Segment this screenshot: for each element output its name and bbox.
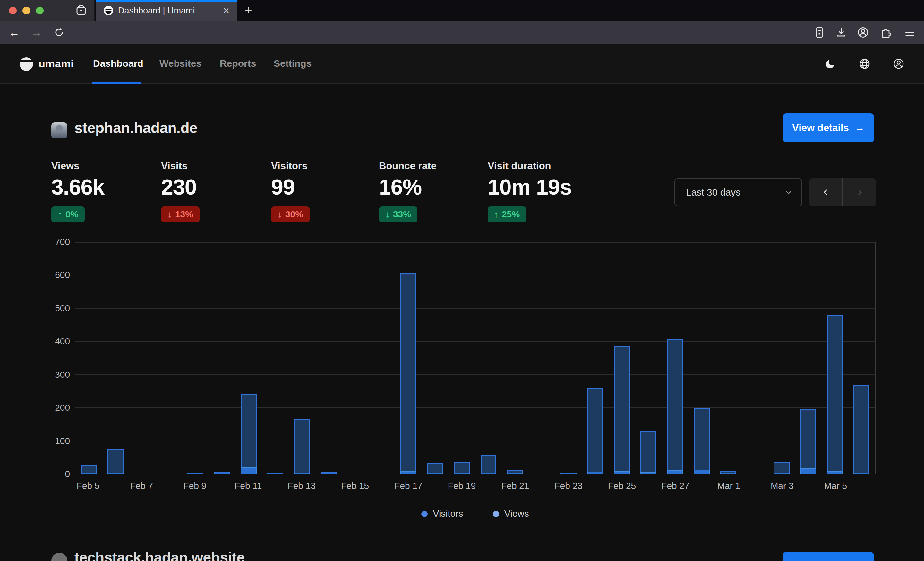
views-bar[interactable] — [694, 408, 710, 474]
visitors-bar[interactable] — [587, 471, 603, 474]
chart-day-slot[interactable] — [75, 242, 102, 474]
visitors-bar[interactable] — [400, 471, 417, 474]
menu-hamburger-icon[interactable] — [903, 26, 916, 39]
views-bar[interactable] — [827, 315, 843, 474]
legend-item-visitors[interactable]: Visitors — [421, 509, 463, 519]
views-bar[interactable] — [241, 393, 256, 474]
nav-item-reports[interactable]: Reports — [220, 43, 256, 83]
forward-icon[interactable]: → — [30, 25, 44, 39]
chart-day-slot[interactable] — [688, 242, 715, 474]
visitors-bar[interactable] — [720, 473, 736, 474]
views-bar[interactable] — [481, 455, 496, 474]
visitors-bar[interactable] — [827, 471, 843, 474]
chart-day-slot[interactable] — [289, 242, 315, 474]
prev-period-button[interactable] — [809, 178, 842, 206]
window-zoom-button[interactable] — [36, 7, 44, 14]
brand-name[interactable]: umami — [39, 43, 74, 83]
date-range-dropdown[interactable]: Last 30 days — [674, 178, 802, 206]
chart-day-slot[interactable] — [715, 242, 742, 474]
downloads-icon[interactable] — [835, 26, 848, 39]
visitors-bar[interactable] — [241, 467, 256, 474]
visitors-bar[interactable] — [267, 473, 283, 474]
visitors-bar[interactable] — [854, 473, 870, 474]
next-period-button[interactable] — [843, 178, 876, 206]
chart-day-slot[interactable] — [635, 242, 662, 474]
visitors-bar[interactable] — [507, 473, 523, 474]
visitors-bar[interactable] — [614, 471, 630, 474]
chart-day-slot[interactable] — [475, 242, 502, 474]
website-title[interactable]: techstack.hadan.website — [74, 549, 244, 561]
chart-day-slot[interactable] — [795, 242, 822, 474]
visitors-bar[interactable] — [427, 473, 443, 474]
visitors-bar[interactable] — [640, 472, 656, 474]
chart-day-slot[interactable] — [502, 242, 528, 474]
chart-day-slot[interactable] — [315, 242, 342, 474]
nav-item-settings[interactable]: Settings — [274, 43, 312, 83]
views-bar[interactable] — [108, 449, 123, 474]
chart-day-slot[interactable] — [129, 242, 155, 474]
window-minimize-button[interactable] — [22, 7, 30, 14]
views-bar[interactable] — [587, 388, 603, 474]
view-details-button[interactable]: View details → — [783, 114, 874, 142]
chart-day-slot[interactable] — [342, 242, 369, 474]
chart-day-slot[interactable] — [102, 242, 129, 474]
visitors-bar[interactable] — [321, 473, 336, 474]
view-details-button[interactable]: View details → — [783, 552, 874, 561]
reload-icon[interactable] — [52, 25, 66, 39]
chart-day-slot[interactable] — [528, 242, 555, 474]
views-bar[interactable] — [640, 431, 656, 474]
new-tab-button[interactable]: + — [241, 3, 255, 18]
extensions-puzzle-icon[interactable] — [879, 26, 891, 39]
window-close-button[interactable] — [9, 7, 16, 14]
visitors-bar[interactable] — [454, 473, 470, 474]
umami-logo-icon[interactable] — [19, 56, 34, 72]
views-bar[interactable] — [614, 346, 630, 474]
theme-moon-icon[interactable] — [825, 58, 837, 70]
chart-day-slot[interactable] — [235, 242, 262, 474]
visitors-bar[interactable] — [667, 470, 683, 474]
visitors-bar[interactable] — [694, 470, 710, 474]
chart-day-slot[interactable] — [369, 242, 395, 474]
chart-day-slot[interactable] — [768, 242, 795, 474]
visitors-bar[interactable] — [214, 473, 230, 474]
visitors-bar[interactable] — [188, 473, 203, 474]
chart-day-slot[interactable] — [155, 242, 182, 474]
back-icon[interactable]: ← — [7, 25, 21, 39]
views-bar[interactable] — [400, 274, 417, 474]
profile-icon[interactable] — [892, 58, 905, 70]
legend-item-views[interactable]: Views — [493, 509, 529, 519]
firefox-view-icon[interactable] — [74, 4, 88, 16]
chart-day-slot[interactable] — [822, 242, 848, 474]
tab-close-icon[interactable]: × — [220, 4, 232, 16]
chart-day-slot[interactable] — [582, 242, 608, 474]
website-title[interactable]: stephan.hadan.de — [74, 119, 197, 136]
visitors-bar[interactable] — [561, 473, 576, 474]
visitors-bar[interactable] — [800, 468, 816, 474]
views-bar[interactable] — [854, 385, 870, 474]
chart-day-slot[interactable] — [848, 242, 875, 474]
views-bar[interactable] — [800, 409, 816, 474]
visitors-bar[interactable] — [108, 473, 123, 474]
device-sidebar-icon[interactable] — [813, 26, 826, 39]
chart-day-slot[interactable] — [662, 242, 688, 474]
chart-day-slot[interactable] — [448, 242, 475, 474]
visitors-bar[interactable] — [81, 473, 97, 474]
visitors-bar[interactable] — [294, 473, 310, 474]
visitors-bar[interactable] — [774, 473, 790, 474]
chart-day-slot[interactable] — [262, 242, 288, 474]
chart-day-slot[interactable] — [422, 242, 448, 474]
chart-day-slot[interactable] — [208, 242, 235, 474]
views-bar[interactable] — [294, 419, 310, 474]
chart-day-slot[interactable] — [742, 242, 768, 474]
nav-item-dashboard[interactable]: Dashboard — [93, 43, 143, 83]
visitors-bar[interactable] — [481, 473, 496, 474]
nav-item-websites[interactable]: Websites — [159, 43, 201, 83]
views-bar[interactable] — [667, 339, 683, 474]
chart-day-slot[interactable] — [608, 242, 635, 474]
account-icon[interactable] — [856, 26, 870, 39]
chart-day-slot[interactable] — [555, 242, 582, 474]
browser-tab[interactable]: Dashboard | Umami × — [96, 0, 237, 21]
chart-day-slot[interactable] — [395, 242, 422, 474]
language-globe-icon[interactable] — [858, 58, 871, 70]
chart-day-slot[interactable] — [182, 242, 208, 474]
